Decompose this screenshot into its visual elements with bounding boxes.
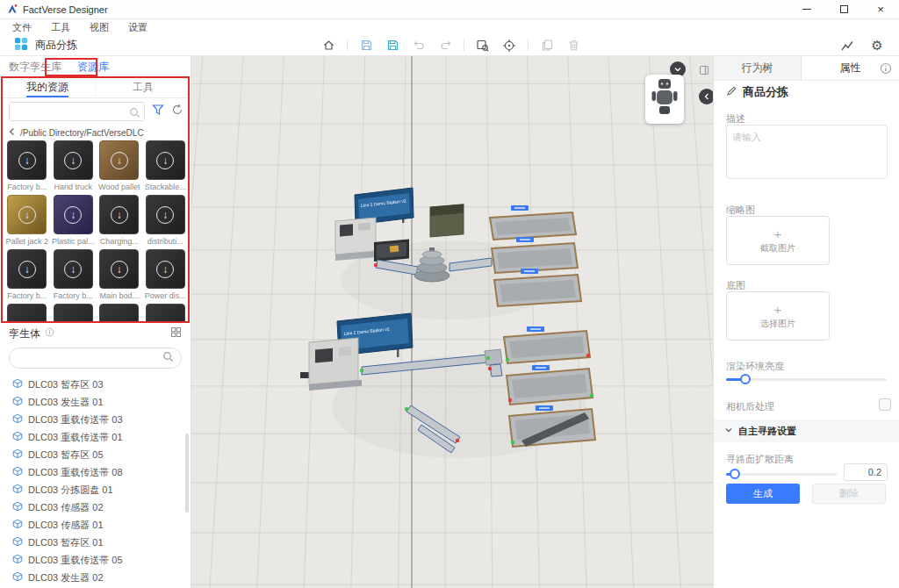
twin-list-item[interactable]: DLC03 暂存区 03 [0,376,191,393]
scene-tray-bottom-3[interactable] [509,409,595,447]
pathfinding-section-header[interactable]: 自主寻路设置 [714,419,899,442]
chart-icon[interactable] [839,38,855,54]
save-as-icon[interactable] [385,38,400,54]
slider-thumb[interactable] [740,374,751,384]
home-icon[interactable] [320,38,336,54]
toolbar-separator [347,39,348,51]
download-icon: ↓ [18,206,36,224]
undo-icon[interactable] [411,38,427,54]
asset-thumbnail [54,304,93,321]
asset-item[interactable]: ↓Charging... [97,195,141,246]
twin-search-input[interactable] [10,348,162,368]
copy-icon[interactable] [539,38,555,54]
close-button[interactable]: × [862,0,899,18]
twin-list-item[interactable]: DLC03 发生器 02 [0,569,191,586]
asset-item[interactable]: ↓Factory b... [5,140,49,191]
avatar-prev-button[interactable] [699,89,713,104]
capture-image-button[interactable]: + 截取图片 [726,216,830,265]
info-icon[interactable] [880,62,892,78]
edit-pencil-icon[interactable] [726,85,737,99]
description-textarea[interactable] [726,125,888,179]
twin-item-label: DLC03 重载传送带 08 [28,466,123,479]
minimize-button[interactable] [788,0,825,18]
menu-settings[interactable]: 设置 [128,21,147,34]
scene-tray-top-3[interactable] [494,275,581,306]
save-icon[interactable] [358,38,374,54]
scene-tray-top-2[interactable] [492,243,578,273]
twin-list-item[interactable]: DLC03 重载传送带 03 [0,411,191,428]
select-image-button[interactable]: + 选择图片 [726,291,830,341]
scene-container-box[interactable] [430,204,464,237]
post-processing-checkbox[interactable] [879,398,891,411]
asset-item[interactable]: ↓Stackable... [144,140,188,191]
asset-item[interactable]: ↓Wood pallet [97,140,141,191]
twin-section-header: 孪生体 [9,325,182,342]
twin-list-item[interactable]: DLC03 重载传送带 01 [0,428,191,446]
slider-thumb[interactable] [730,469,740,479]
tab-digital-twin-library[interactable]: 数字孪生库 [9,60,61,75]
robot-avatar[interactable] [645,75,684,124]
scene-tray-top-1[interactable] [490,212,576,240]
scene-tray-bottom-1[interactable] [504,331,590,363]
diffusion-distance-input[interactable] [844,463,888,481]
twin-list-item[interactable]: DLC03 暂存区 05 [0,446,191,463]
tab-my-resources[interactable]: 我的资源 [0,77,95,97]
scene-conveyor-segment[interactable] [490,364,502,376]
asset-item[interactable]: ↓Factory b... [52,249,96,300]
menu-file[interactable]: 文件 [12,21,32,34]
delete-button[interactable]: 删除 [812,484,886,504]
dock-panel-icon[interactable] [699,63,709,79]
generate-button[interactable]: 生成 [726,484,800,504]
asset-label: Wood pallet [98,183,140,191]
download-icon: ↓ [156,206,174,224]
asset-item-partial[interactable] [5,304,49,321]
twin-list-item[interactable]: DLC03 分拣圆盘 01 [0,481,191,498]
menu-view[interactable]: 视图 [90,21,109,34]
filter-icon[interactable] [152,104,164,119]
tab-resource-library[interactable]: 资源库 [77,60,109,75]
maximize-button[interactable] [825,0,862,18]
redo-icon[interactable] [437,38,453,54]
asset-item[interactable]: ↓Pallet jack 2 [5,195,49,246]
scene-tray-bottom-2[interactable] [507,369,593,405]
find-model-icon[interactable] [475,38,491,54]
scene-machine-bottom[interactable] [300,338,362,391]
toolbar: 商品分拣 ⚙ [0,35,899,56]
asset-item[interactable]: ↓Main bod... [97,249,141,300]
asset-item[interactable]: ↓Factory b... [5,249,49,300]
tab-behavior-tree[interactable]: 行为树 [714,56,802,80]
brightness-slider[interactable] [726,374,887,384]
scene-canvas[interactable]: Line 2 Demo Station v2 [191,56,713,588]
asset-item[interactable]: ↓Plastic pal... [52,195,96,246]
twin-list-item[interactable]: DLC03 重载传送带 08 [0,463,191,481]
delete-icon[interactable] [565,38,581,54]
asset-item[interactable]: ↓Power dis... [144,249,188,300]
twin-list-scrollbar[interactable] [185,434,189,513]
scene-machine-top[interactable] [335,218,379,261]
viewport[interactable]: Line 2 Demo Station v2 [191,56,713,588]
refresh-icon[interactable] [171,104,183,119]
twin-list-item[interactable]: DLC03 传感器 01 [0,516,191,534]
asset-item-partial[interactable] [144,304,188,321]
tab-tools[interactable]: 工具 [95,77,191,97]
cube-icon [12,571,23,584]
asset-item-partial[interactable] [97,304,141,321]
resource-subtabs: 我的资源 工具 [0,77,191,98]
twin-list-item[interactable]: DLC03 暂存区 01 [0,534,191,551]
slider-track[interactable] [726,473,837,476]
scene-pallet-jack[interactable] [390,245,399,252]
asset-item[interactable]: ↓distributi... [144,195,188,246]
diffusion-distance-slider[interactable] [726,469,837,479]
twin-layout-icon[interactable] [170,326,182,341]
twin-list-item[interactable]: DLC03 发生器 01 [0,393,191,411]
twin-list-item[interactable]: DLC03 重载传送带 05 [0,551,191,569]
capture-image-label: 截取图片 [760,242,795,255]
twin-list-item[interactable]: DLC03 传感器 02 [0,498,191,516]
back-icon[interactable] [7,126,18,139]
asset-item[interactable]: ↓Hand truck [52,140,96,191]
settings-gear-icon[interactable]: ⚙ [869,38,885,54]
asset-item-partial[interactable] [52,304,96,321]
resource-search-input[interactable] [10,103,144,120]
menu-tools[interactable]: 工具 [51,21,70,34]
focus-icon[interactable] [501,38,517,54]
